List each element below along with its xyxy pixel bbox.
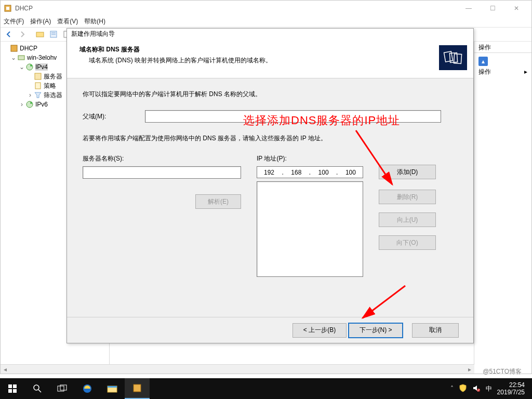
ip-label: IP 地址(P): xyxy=(257,154,363,163)
svg-point-26 xyxy=(34,385,39,390)
actions-pane: 操作 ▴ 操作 ▸ xyxy=(474,42,531,374)
menu-file[interactable]: 文件(F) xyxy=(4,17,24,26)
watermark: @51CTO博客 xyxy=(483,367,522,376)
servername-label: 服务器名称(S): xyxy=(83,154,241,163)
wizard-line2: 若要将作用域客户端配置为使用你网络中的 DNS 服务器，请输入这些服务器的 IP… xyxy=(83,134,458,143)
svg-rect-25 xyxy=(13,389,17,393)
new-scope-wizard: 新建作用域向导 域名称和 DNS 服务器 域名系统 (DNS) 映射并转换网络上… xyxy=(66,28,474,343)
tray-shield-icon[interactable] xyxy=(459,384,467,394)
ip-address-input[interactable]: 192. 168. 100. 100 xyxy=(257,166,363,178)
servername-input[interactable] xyxy=(83,166,241,179)
svg-rect-1 xyxy=(6,7,9,10)
tray: ˄ 中 22:54 2019/7/25 xyxy=(445,381,532,396)
cancel-button[interactable]: 取消 xyxy=(412,323,459,338)
taskview-button[interactable] xyxy=(50,378,75,399)
wizard-title: 新建作用域向导 xyxy=(67,29,473,40)
wizard-line1: 你可以指定要网络中的客户端计算机用于解析 DNS 名称的父域。 xyxy=(83,90,458,99)
svg-rect-22 xyxy=(8,384,12,388)
svg-rect-9 xyxy=(11,45,17,51)
taskbar: ˄ 中 22:54 2019/7/25 xyxy=(0,378,532,399)
search-button[interactable] xyxy=(25,378,50,399)
collapse-icon[interactable]: ▴ xyxy=(478,57,488,66)
svg-rect-14 xyxy=(35,83,41,89)
dhcp-app-icon xyxy=(4,4,12,12)
back-button[interactable]: < 上一步(B) xyxy=(292,323,347,338)
svg-line-27 xyxy=(38,390,41,392)
svg-rect-32 xyxy=(108,386,117,388)
taskbar-dhcp[interactable] xyxy=(125,378,150,399)
tray-chevron-icon[interactable]: ˄ xyxy=(450,385,454,392)
svg-rect-13 xyxy=(35,73,41,79)
taskbar-explorer[interactable] xyxy=(100,378,125,399)
wizard-header: 域名称和 DNS 服务器 域名系统 (DNS) 映射并转换网络上的客户端计算机使… xyxy=(67,40,473,78)
resolve-button[interactable]: 解析(E) xyxy=(195,194,241,209)
add-button[interactable]: 添加(D) xyxy=(379,165,436,179)
next-button[interactable]: 下一步(N) > xyxy=(349,323,403,338)
remove-button[interactable]: 删除(R) xyxy=(379,190,436,204)
ip-listbox[interactable] xyxy=(257,181,363,277)
nav-back-button[interactable] xyxy=(3,29,15,40)
parent-domain-label: 父域(M): xyxy=(83,112,145,121)
taskbar-ie[interactable] xyxy=(75,378,100,399)
close-button[interactable]: ✕ xyxy=(504,1,528,16)
tray-clock[interactable]: 22:54 2019/7/25 xyxy=(497,381,527,396)
menu-view[interactable]: 查看(V) xyxy=(57,17,78,26)
svg-rect-23 xyxy=(13,384,17,388)
titlebar[interactable]: DHCP — ☐ ✕ xyxy=(1,1,531,16)
annotation-text: 选择添加DNS服务器的IP地址 xyxy=(243,113,400,128)
minimize-button[interactable]: — xyxy=(457,1,481,16)
menu-action[interactable]: 操作(A) xyxy=(30,17,51,26)
svg-rect-33 xyxy=(134,384,141,392)
toolbar-properties-icon[interactable] xyxy=(47,29,60,40)
up-button[interactable]: 向上(U) xyxy=(379,212,436,227)
wizard-subheading: 域名系统 (DNS) 映射并转换网络上的客户端计算机使用的域名称。 xyxy=(79,56,439,65)
nav-forward-button[interactable] xyxy=(16,29,29,40)
wizard-header-icon xyxy=(439,45,467,70)
menubar: 文件(F) 操作(A) 查看(V) 帮助(H) xyxy=(1,16,531,27)
chevron-right-icon: ▸ xyxy=(524,68,527,75)
wizard-heading: 域名称和 DNS 服务器 xyxy=(79,45,439,54)
maximize-button[interactable]: ☐ xyxy=(481,1,504,16)
svg-point-16 xyxy=(30,102,32,104)
window-title: DHCP xyxy=(15,5,33,12)
actions-ops[interactable]: 操作 xyxy=(478,68,491,76)
svg-point-12 xyxy=(30,64,32,66)
tray-volume-icon[interactable] xyxy=(472,384,481,394)
menu-help[interactable]: 帮助(H) xyxy=(84,17,105,26)
start-button[interactable] xyxy=(0,378,25,399)
actions-header: 操作 xyxy=(474,42,531,53)
horizontal-scrollbar[interactable]: ◂▸ xyxy=(1,364,474,374)
svg-rect-10 xyxy=(18,56,24,60)
svg-rect-2 xyxy=(36,32,44,37)
wizard-footer: < 上一步(B) 下一步(N) > 取消 xyxy=(67,317,473,343)
down-button[interactable]: 向下(O) xyxy=(379,235,436,250)
tray-ime[interactable]: 中 xyxy=(486,384,492,393)
svg-rect-24 xyxy=(8,389,12,393)
toolbar-folder-icon[interactable] xyxy=(34,29,46,40)
